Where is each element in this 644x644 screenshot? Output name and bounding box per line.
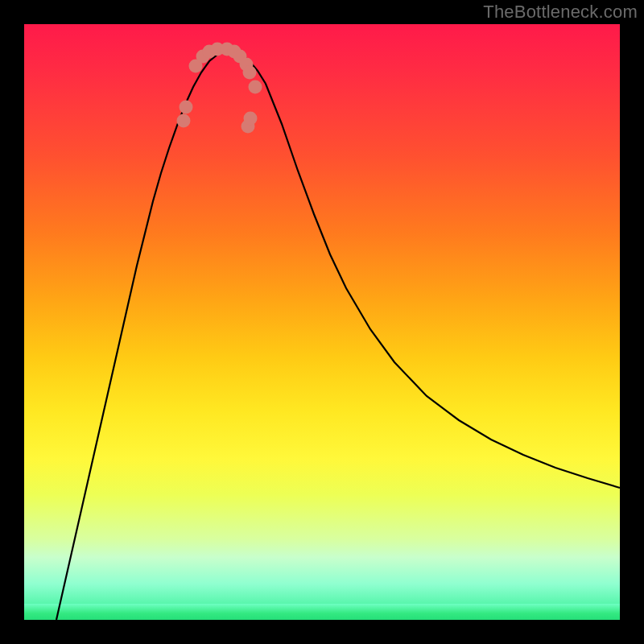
data-point (180, 101, 193, 114)
chart-frame: TheBottleneck.com (0, 0, 644, 644)
data-point (243, 66, 257, 80)
data-markers (177, 43, 262, 134)
watermark-text: TheBottleneck.com (483, 2, 638, 23)
data-point (177, 114, 191, 128)
data-point (244, 112, 258, 126)
bottleneck-curve (24, 24, 620, 620)
curve-path (56, 52, 620, 620)
data-point (249, 80, 262, 94)
